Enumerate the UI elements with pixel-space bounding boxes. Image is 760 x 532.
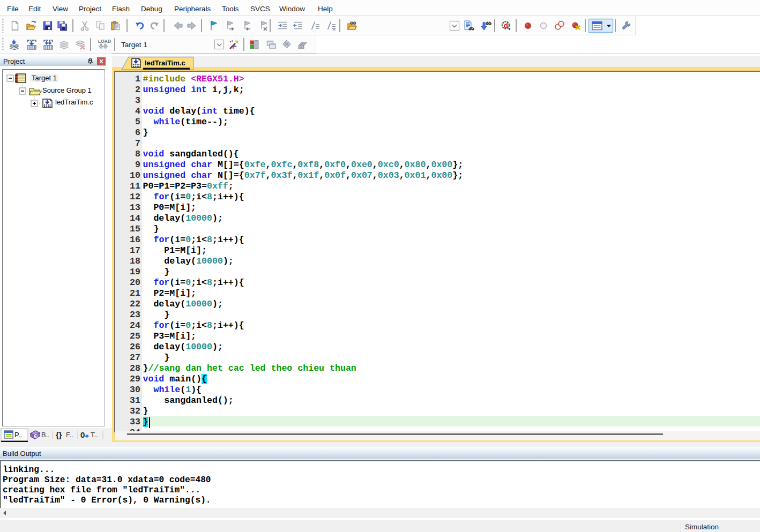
svg-text:{}: {} bbox=[56, 430, 62, 439]
svg-text:B..: B.. bbox=[41, 431, 50, 439]
svg-text:T..: T.. bbox=[91, 431, 98, 439]
svg-text:Target 1: Target 1 bbox=[121, 41, 147, 49]
svg-text:?: ? bbox=[35, 434, 38, 439]
svg-text:0: 0 bbox=[80, 430, 85, 439]
svg-text:ledTraiTim.c: ledTraiTim.c bbox=[145, 59, 185, 67]
svg-text:P..: P.. bbox=[14, 431, 22, 439]
svg-text:F..: F.. bbox=[66, 431, 73, 439]
svg-text:d: d bbox=[504, 21, 508, 29]
svg-text:LOAD: LOAD bbox=[98, 39, 111, 44]
